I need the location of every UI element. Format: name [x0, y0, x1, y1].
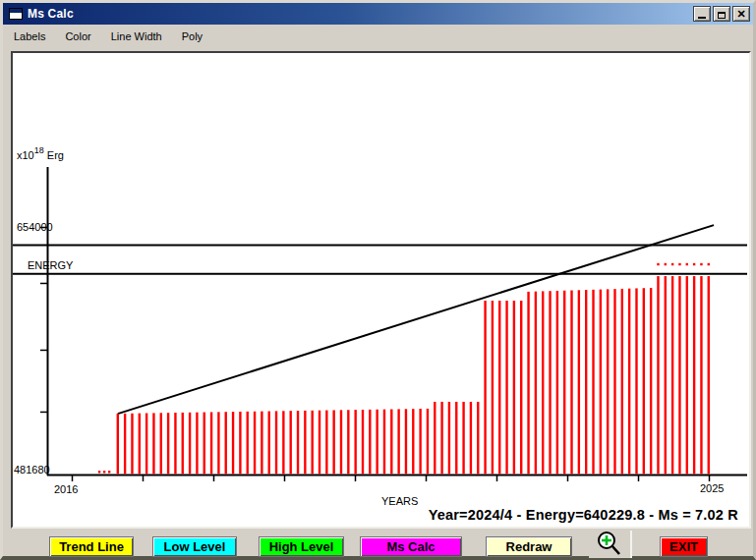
data-dot: [671, 263, 673, 265]
energy-chart[interactable]: [13, 53, 749, 527]
data-dot: [700, 263, 702, 265]
menu-labels[interactable]: Labels: [7, 28, 52, 44]
ms-calc-button[interactable]: Ms Calc: [360, 536, 462, 557]
data-dot: [693, 263, 695, 265]
data-dot: [103, 471, 105, 473]
x-axis-first-label: 2016: [54, 483, 78, 495]
data-dot: [686, 263, 688, 265]
data-dot: [657, 263, 659, 265]
zoom-button[interactable]: [589, 531, 632, 558]
minimize-button[interactable]: [693, 6, 711, 22]
data-dot: [108, 471, 110, 473]
y-axis-min-label: 481680: [14, 464, 50, 476]
y-axis-unit: x1018 Erg: [17, 146, 64, 161]
status-readout: Year=2024/4 - Energy=640229.8 - Ms = 7.0…: [429, 507, 738, 523]
button-row: Trend LineLow LevelHigh LevelMs CalcRedr…: [3, 529, 753, 559]
trend-line-button[interactable]: Trend Line: [49, 536, 134, 557]
close-icon: ✕: [733, 7, 749, 21]
low-level-button[interactable]: Low Level: [152, 536, 237, 557]
menu-bar: Labels Color Line Width Poly: [6, 26, 750, 46]
magnifier-plus-icon: [595, 531, 624, 558]
maximize-button[interactable]: [713, 6, 730, 22]
trend-line: [118, 225, 714, 414]
high-level-button[interactable]: High Level: [259, 536, 344, 557]
chart-panel[interactable]: x1018 Erg 654000 481680 ENERGY 2016 2025…: [11, 51, 751, 529]
x-axis-last-label: 2025: [700, 482, 724, 494]
data-dot: [665, 263, 667, 265]
y-axis-max-label: 654000: [17, 221, 53, 233]
app-window: Ms Calc ✕ Labels Color Line Width Poly x…: [0, 0, 756, 560]
menu-line-width[interactable]: Line Width: [104, 28, 169, 44]
redraw-button[interactable]: Redraw: [486, 536, 572, 557]
title-bar: Ms Calc ✕: [3, 3, 753, 25]
x-axis-title: YEARS: [381, 495, 418, 507]
maximize-icon: [718, 12, 726, 19]
exit-button[interactable]: EXIT: [660, 536, 708, 557]
app-icon: [9, 8, 23, 20]
window-title: Ms Calc: [28, 7, 74, 21]
minimize-icon: [698, 17, 706, 19]
data-dot: [98, 471, 100, 473]
close-button[interactable]: ✕: [732, 6, 750, 22]
menu-poly[interactable]: Poly: [175, 28, 209, 44]
menu-color[interactable]: Color: [58, 28, 97, 44]
data-dot: [678, 263, 680, 265]
y-axis-title: ENERGY: [28, 258, 38, 273]
data-dot: [708, 263, 710, 265]
